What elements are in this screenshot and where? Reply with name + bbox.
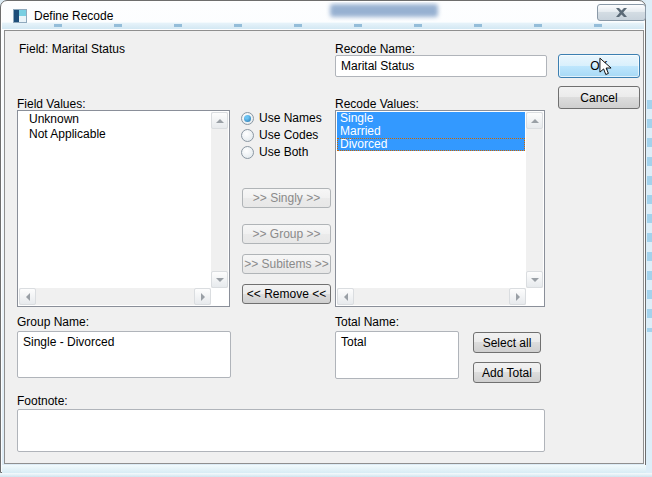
group-name-input[interactable]: Single - Divorced xyxy=(17,331,231,378)
list-item-selected-focused[interactable]: Divorced xyxy=(337,138,525,151)
field-values-rows: Unknown Not Applicable xyxy=(19,112,210,142)
down-arrow-icon xyxy=(216,278,224,282)
field-values-listbox[interactable]: Unknown Not Applicable xyxy=(17,110,230,307)
scroll-right-button[interactable] xyxy=(509,288,526,305)
glass-ticks xyxy=(2,24,644,27)
total-name-label: Total Name: xyxy=(335,315,399,329)
scroll-left-button[interactable] xyxy=(337,288,354,305)
list-item[interactable]: Not Applicable xyxy=(19,127,210,142)
add-total-button[interactable]: Add Total xyxy=(473,362,541,383)
radio-selected-icon[interactable] xyxy=(241,112,254,125)
left-arrow-icon xyxy=(344,293,348,301)
radio-icon[interactable] xyxy=(241,146,254,159)
singly-button[interactable]: >> Singly >> xyxy=(242,188,331,208)
dialog-body: Field: Marital Status Recode Name: Marit… xyxy=(4,30,644,464)
radio-option-use-names[interactable]: Use Names xyxy=(241,111,322,125)
left-arrow-icon xyxy=(26,293,30,301)
scroll-left-button[interactable] xyxy=(19,288,36,305)
group-button[interactable]: >> Group >> xyxy=(242,224,331,244)
remove-button[interactable]: << Remove << xyxy=(242,284,331,304)
recode-name-label: Recode Name: xyxy=(335,42,415,56)
radio-icon[interactable] xyxy=(241,129,254,142)
close-button[interactable] xyxy=(597,4,646,21)
close-icon xyxy=(616,8,627,17)
up-arrow-icon xyxy=(531,119,539,123)
right-arrow-icon xyxy=(516,293,520,301)
recode-name-input[interactable]: Marital Status xyxy=(335,55,547,77)
radio-label: Use Names xyxy=(259,111,322,125)
background-title-showthrough xyxy=(330,4,438,17)
recode-values-rows: Single Married Divorced xyxy=(337,112,525,151)
glass-bottom-border xyxy=(2,465,646,473)
window-title: Define Recode xyxy=(34,9,113,23)
up-arrow-icon xyxy=(216,119,224,123)
recode-values-label: Recode Values: xyxy=(335,97,419,111)
radio-label: Use Codes xyxy=(259,128,318,142)
background-window-bottom xyxy=(0,473,652,477)
vertical-scrollbar[interactable] xyxy=(526,112,543,288)
horizontal-scrollbar[interactable] xyxy=(337,288,526,305)
cancel-button[interactable]: Cancel xyxy=(558,86,640,109)
down-arrow-icon xyxy=(531,278,539,282)
horizontal-scrollbar[interactable] xyxy=(19,288,211,305)
scroll-up-button[interactable] xyxy=(526,112,543,129)
radio-option-use-codes[interactable]: Use Codes xyxy=(241,128,318,142)
total-name-input[interactable]: Total xyxy=(335,331,459,379)
field-info: Field: Marital Status xyxy=(19,42,125,56)
select-all-button[interactable]: Select all xyxy=(473,332,541,353)
footnote-label: Footnote: xyxy=(17,394,68,408)
radio-option-use-both[interactable]: Use Both xyxy=(241,145,308,159)
field-info-value: Marital Status xyxy=(52,42,125,56)
app-icon xyxy=(13,9,27,23)
right-arrow-icon xyxy=(201,293,205,301)
footnote-input[interactable] xyxy=(17,409,545,452)
list-item[interactable]: Unknown xyxy=(19,112,210,127)
field-values-label: Field Values: xyxy=(17,97,85,111)
scroll-up-button[interactable] xyxy=(211,112,228,129)
vertical-scrollbar[interactable] xyxy=(211,112,228,288)
subitems-button[interactable]: >> Subitems >> xyxy=(242,254,331,274)
scroll-right-button[interactable] xyxy=(194,288,211,305)
radio-label: Use Both xyxy=(259,145,308,159)
app-icon-part xyxy=(19,10,26,16)
group-name-label: Group Name: xyxy=(17,315,89,329)
screen: Define Recode Field: Marital Status Reco… xyxy=(0,0,652,477)
scroll-down-button[interactable] xyxy=(211,271,228,288)
recode-values-listbox[interactable]: Single Married Divorced xyxy=(335,110,545,307)
define-recode-dialog: Define Recode Field: Marital Status Reco… xyxy=(0,0,646,473)
title-bar[interactable]: Define Recode xyxy=(2,2,644,29)
field-info-label: Field: xyxy=(19,42,48,56)
scroll-down-button[interactable] xyxy=(526,271,543,288)
background-window-scrollbar xyxy=(647,100,652,332)
ok-button[interactable]: OK xyxy=(558,54,640,78)
